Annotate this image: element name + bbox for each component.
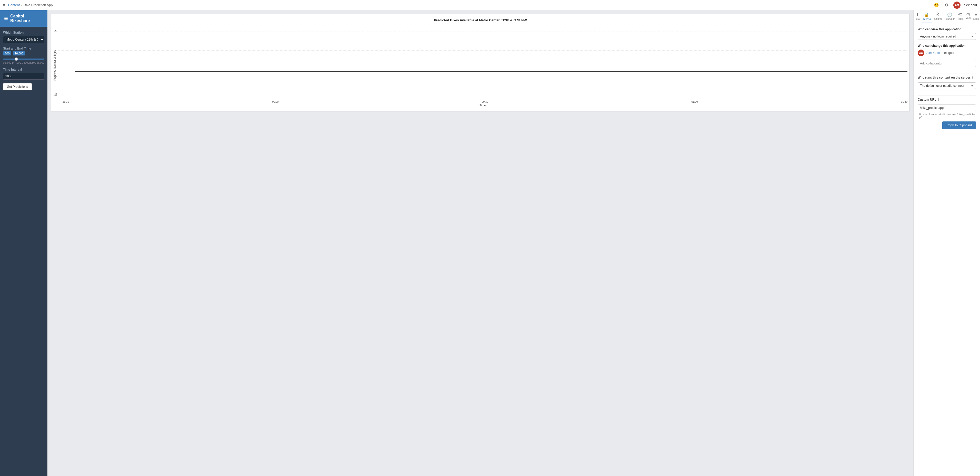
range-min-badge: 600 — [3, 51, 11, 56]
top-nav-right: 😊 ⚙ AG alex.gold — [933, 2, 977, 9]
server-label: Who runs this content on the server — [918, 76, 970, 79]
sidebar-content: Which Station Metro Center / 12th & G St… — [0, 27, 48, 476]
range-label: Start and End Time — [3, 47, 45, 50]
logs-tab-icon: ≡ — [975, 12, 977, 17]
chart-plot: 22 22 22 22 — [58, 24, 907, 99]
change-label: Who can change this application — [918, 44, 976, 48]
range-ticks: 0 3,600 14,400 21,600 26,800 36,000 — [3, 61, 45, 64]
interval-input[interactable] — [3, 73, 45, 80]
get-predictions-button[interactable]: Get Predictions — [3, 83, 32, 90]
x-tick-4: 01:00 — [691, 101, 698, 103]
station-select[interactable]: Metro Center / 12th & G St NW — [3, 36, 45, 43]
sidebar-menu-icon[interactable]: ☰ — [4, 16, 8, 21]
runtime-tab-label: Runtime — [933, 18, 942, 20]
schedule-tab-label: Schedule — [944, 18, 955, 21]
y-tick-mid2: 22 — [54, 74, 57, 77]
info-tab-icon: ℹ — [917, 12, 918, 17]
grid-line-3 — [58, 69, 907, 69]
custom-url-input[interactable] — [918, 104, 976, 111]
chart-area: Predicted Bikes Available at Metro Cente… — [48, 10, 913, 476]
x-axis-label: Time — [58, 104, 907, 107]
username-label: alex.gold — [964, 3, 977, 7]
tab-vars[interactable]: {x} Vars — [964, 10, 972, 23]
copy-to-clipboard-button[interactable]: Copy To Clipboard — [942, 121, 976, 129]
x-tick-5: 01:30 — [901, 101, 907, 103]
tab-access[interactable]: 🔒 Access — [921, 10, 932, 23]
app-title: Capitol Bikeshare — [10, 14, 43, 23]
tick-0: 0 — [3, 61, 5, 64]
chart-data-line — [75, 71, 907, 72]
server-section: Who runs this content on the server ℹ — [918, 75, 976, 79]
breadcrumb: Content / Bike Prediction App — [8, 3, 53, 7]
copy-btn-container: Copy To Clipboard — [918, 121, 976, 129]
emoji-icon[interactable]: 😊 — [933, 2, 940, 9]
breadcrumb-separator: / — [21, 3, 22, 7]
x-axis: 23:30 00:00 00:30 01:00 01:30 — [58, 99, 907, 103]
tab-info[interactable]: ℹ Info — [913, 10, 921, 23]
chart-title: Predicted Bikes Available at Metro Cente… — [53, 18, 907, 22]
logs-tab-label: Logs — [973, 18, 979, 20]
x-tick-3: 00:30 — [482, 101, 488, 103]
app-sidebar: ☰ Capitol Bikeshare Which Station Metro … — [0, 10, 48, 476]
right-panel-tabs: ℹ Info 🔒 Access ⏱ Runtime 🕐 Schedule 🏷 T… — [913, 10, 980, 23]
y-tick-bot: 22 — [54, 93, 57, 96]
view-select[interactable]: Anyone - no login required — [918, 33, 976, 40]
tick-1: 3,600 — [5, 61, 11, 64]
server-select[interactable]: The default user rstudio-connect — [918, 82, 976, 89]
station-label: Which Station — [3, 31, 45, 34]
settings-icon[interactable]: ⚙ — [943, 2, 950, 9]
app-sidebar-header: ☰ Capitol Bikeshare — [0, 10, 48, 27]
tick-2: 14,400 — [12, 61, 20, 64]
tags-tab-icon: 🏷 — [958, 12, 962, 17]
access-tab-label: Access — [923, 18, 931, 21]
user-avatar[interactable]: AG — [953, 2, 961, 9]
interval-label: Time Interval — [3, 68, 45, 71]
tab-tags[interactable]: 🏷 Tags — [956, 10, 964, 23]
x-tick-1: 23:30 — [62, 101, 69, 103]
tab-logs[interactable]: ≡ Logs — [972, 10, 980, 23]
panel-content: Who can view this application Anyone - n… — [913, 23, 980, 476]
top-nav: ≡ Content / Bike Prediction App 😊 ⚙ AG a… — [0, 0, 980, 10]
full-url-display: https://colorado.rstudio.com/rsc/bike_pr… — [918, 113, 976, 119]
range-max-badge: 10,800 — [13, 51, 25, 56]
runtime-tab-icon: ⏱ — [935, 12, 940, 17]
view-label: Who can view this application — [918, 27, 976, 31]
info-tab-label: Info — [915, 18, 920, 21]
divider-2 — [918, 95, 976, 96]
custom-url-label: Custom URL — [918, 98, 936, 101]
collaborator-avatar: AG — [918, 50, 924, 56]
main-area: ☰ Capitol Bikeshare Which Station Metro … — [0, 10, 980, 476]
tick-3: 21,600 — [20, 61, 28, 64]
breadcrumb-content[interactable]: Content — [8, 3, 20, 7]
tick-4: 26,800 — [28, 61, 36, 64]
x-tick-2: 00:00 — [272, 101, 278, 103]
collaborator-row: AG Alex Gold alex.gold — [918, 50, 976, 56]
grid-line-2 — [58, 50, 907, 51]
range-slider[interactable] — [3, 59, 45, 59]
collaborator-username: alex.gold — [942, 51, 954, 55]
tab-runtime[interactable]: ⏱ Runtime — [932, 10, 943, 23]
tick-5: 36,000 — [37, 61, 45, 64]
server-info-icon[interactable]: ℹ — [972, 75, 973, 79]
breadcrumb-app-name: Bike Prediction App — [24, 3, 53, 7]
range-values: 600 10,800 — [3, 51, 45, 56]
custom-url-section: Custom URL ℹ — [918, 97, 976, 101]
collaborator-name: Alex Gold — [926, 51, 940, 55]
range-slider-container — [3, 56, 45, 60]
vars-tab-label: Vars — [966, 16, 971, 19]
chart-inner: Predicted Number of Bikes 22 22 22 22 — [53, 24, 907, 107]
grid-line-1 — [58, 32, 907, 32]
divider-1 — [918, 73, 976, 73]
tab-schedule[interactable]: 🕐 Schedule — [943, 10, 956, 23]
vars-tab-icon: {x} — [966, 12, 970, 16]
schedule-tab-icon: 🕐 — [947, 12, 952, 17]
tags-tab-label: Tags — [958, 18, 963, 20]
add-collaborator-input[interactable] — [918, 60, 976, 67]
access-tab-icon: 🔒 — [924, 12, 929, 17]
chart-plot-area: 22 22 22 22 23:30 — [58, 24, 907, 107]
custom-url-info-icon[interactable]: ℹ — [938, 97, 939, 101]
chart-container: Predicted Bikes Available at Metro Cente… — [51, 14, 910, 112]
y-tick-top: 22 — [54, 29, 57, 32]
nav-menu-icon[interactable]: ≡ — [3, 3, 5, 7]
right-panel: ℹ Info 🔒 Access ⏱ Runtime 🕐 Schedule 🏷 T… — [913, 10, 980, 476]
